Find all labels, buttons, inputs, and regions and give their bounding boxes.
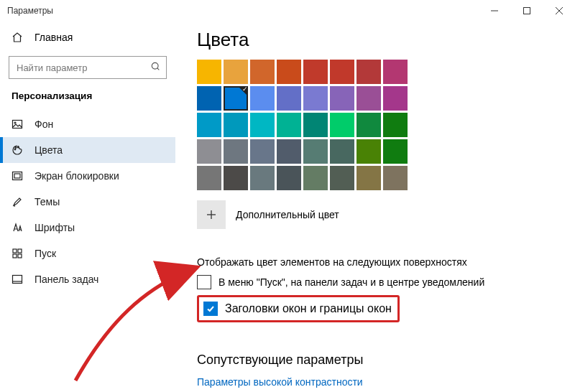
- sidebar-item-background[interactable]: Фон: [0, 111, 175, 137]
- svg-rect-15: [13, 254, 17, 258]
- color-swatch[interactable]: [197, 139, 221, 164]
- close-button[interactable]: [543, 0, 575, 22]
- svg-line-5: [157, 68, 160, 70]
- svg-rect-12: [14, 174, 20, 178]
- svg-rect-16: [18, 254, 22, 258]
- sidebar-item-lockscreen[interactable]: Экран блокировки: [0, 163, 175, 189]
- color-grid: ✓: [197, 60, 575, 190]
- color-swatch[interactable]: [303, 139, 328, 164]
- color-swatch[interactable]: [330, 166, 354, 190]
- color-swatch[interactable]: [356, 113, 381, 137]
- color-swatch[interactable]: [224, 139, 248, 164]
- color-swatch[interactable]: [224, 166, 248, 190]
- search-input[interactable]: [9, 56, 167, 79]
- color-swatch[interactable]: [356, 86, 381, 111]
- sidebar-item-themes[interactable]: Темы: [0, 189, 175, 215]
- palette-icon: [12, 144, 23, 156]
- surfaces-label: Отображать цвет элементов на следующих п…: [197, 256, 575, 268]
- checkbox-start-label: В меню "Пуск", на панели задач и в центр…: [218, 276, 484, 288]
- grid-icon: [12, 248, 23, 259]
- color-swatch[interactable]: [250, 166, 275, 190]
- color-swatch[interactable]: [383, 60, 408, 84]
- sidebar-item-start[interactable]: Пуск: [0, 241, 175, 266]
- sidebar-item-label: Панель задач: [34, 274, 98, 285]
- svg-point-10: [17, 146, 19, 148]
- picture-icon: [12, 118, 23, 130]
- svg-rect-1: [523, 8, 530, 14]
- sidebar-item-taskbar[interactable]: Панель задач: [0, 266, 175, 292]
- color-swatch[interactable]: [383, 86, 408, 111]
- fonts-icon: [12, 222, 23, 233]
- sidebar-item-label: Экран блокировки: [34, 170, 119, 182]
- color-swatch[interactable]: [356, 60, 381, 84]
- color-swatch[interactable]: [303, 166, 328, 190]
- color-swatch[interactable]: [277, 166, 301, 190]
- color-swatch[interactable]: [197, 86, 221, 111]
- color-swatch[interactable]: [277, 60, 301, 84]
- link-high-contrast[interactable]: Параметры высокой контрастности: [197, 376, 575, 388]
- color-swatch[interactable]: [330, 139, 354, 164]
- color-swatch[interactable]: [356, 139, 381, 164]
- sidebar-item-label: Темы: [34, 196, 60, 207]
- page-title: Цвета: [197, 29, 575, 51]
- color-swatch[interactable]: [250, 86, 275, 111]
- color-swatch[interactable]: [303, 113, 328, 137]
- color-swatch[interactable]: [383, 139, 408, 164]
- sidebar-home[interactable]: Главная: [0, 24, 175, 50]
- color-swatch[interactable]: [224, 60, 248, 84]
- color-swatch[interactable]: [303, 86, 328, 111]
- svg-rect-17: [13, 276, 22, 284]
- color-swatch[interactable]: [197, 113, 221, 137]
- search-box: [9, 56, 167, 79]
- sidebar-item-label: Фон: [34, 118, 53, 130]
- checkbox-title-bars[interactable]: [203, 302, 218, 316]
- color-swatch[interactable]: [277, 86, 301, 111]
- svg-rect-14: [18, 249, 22, 253]
- frame-icon: [12, 170, 23, 182]
- sidebar-item-fonts[interactable]: Шрифты: [0, 215, 175, 241]
- related-settings-title: Сопутствующие параметры: [197, 353, 575, 368]
- color-swatch[interactable]: [277, 139, 301, 164]
- maximize-button[interactable]: [510, 0, 543, 22]
- brush-icon: [12, 196, 23, 207]
- color-swatch[interactable]: [330, 113, 354, 137]
- color-swatch[interactable]: [330, 86, 354, 111]
- color-swatch[interactable]: [356, 166, 381, 190]
- sidebar: Главная Персонализация ФонЦветаЭкран бло…: [0, 22, 175, 392]
- custom-color-label: Дополнительный цвет: [236, 209, 339, 220]
- svg-point-8: [14, 149, 16, 150]
- sidebar-item-colors[interactable]: Цвета: [0, 137, 175, 163]
- color-swatch[interactable]: [303, 60, 328, 84]
- color-swatch[interactable]: [197, 60, 221, 84]
- window-title: Параметры: [7, 6, 53, 16]
- color-swatch[interactable]: [383, 113, 408, 137]
- taskbar-icon: [12, 274, 23, 285]
- svg-rect-6: [13, 121, 22, 129]
- svg-rect-13: [13, 249, 17, 253]
- sidebar-item-label: Шрифты: [34, 222, 75, 233]
- color-swatch[interactable]: [250, 60, 275, 84]
- window-controls: [478, 0, 575, 22]
- color-swatch[interactable]: [224, 113, 248, 137]
- minimize-button[interactable]: [478, 0, 510, 22]
- sidebar-section-title: Персонализация: [0, 88, 175, 111]
- highlight-annotation: Заголовки окон и границы окон: [197, 295, 400, 322]
- color-swatch[interactable]: [197, 166, 221, 190]
- svg-point-9: [15, 147, 17, 149]
- search-icon: [151, 62, 161, 75]
- color-swatch[interactable]: [277, 113, 301, 137]
- custom-color-button[interactable]: [197, 200, 226, 229]
- content-area: Цвета ✓ Дополнительный цвет Отображать ц…: [175, 22, 575, 392]
- home-icon: [12, 32, 23, 43]
- color-swatch[interactable]: [250, 113, 275, 137]
- checkbox-titlebar-label: Заголовки окон и границы окон: [225, 302, 392, 315]
- title-bar: Параметры: [0, 0, 575, 22]
- checkbox-start-menu[interactable]: [197, 275, 211, 289]
- color-swatch[interactable]: [383, 166, 408, 190]
- sidebar-item-label: Цвета: [34, 144, 63, 156]
- svg-point-7: [14, 122, 16, 123]
- color-swatch[interactable]: [250, 139, 275, 164]
- sidebar-home-label: Главная: [34, 32, 73, 43]
- color-swatch[interactable]: [330, 60, 354, 84]
- color-swatch[interactable]: ✓: [224, 86, 248, 111]
